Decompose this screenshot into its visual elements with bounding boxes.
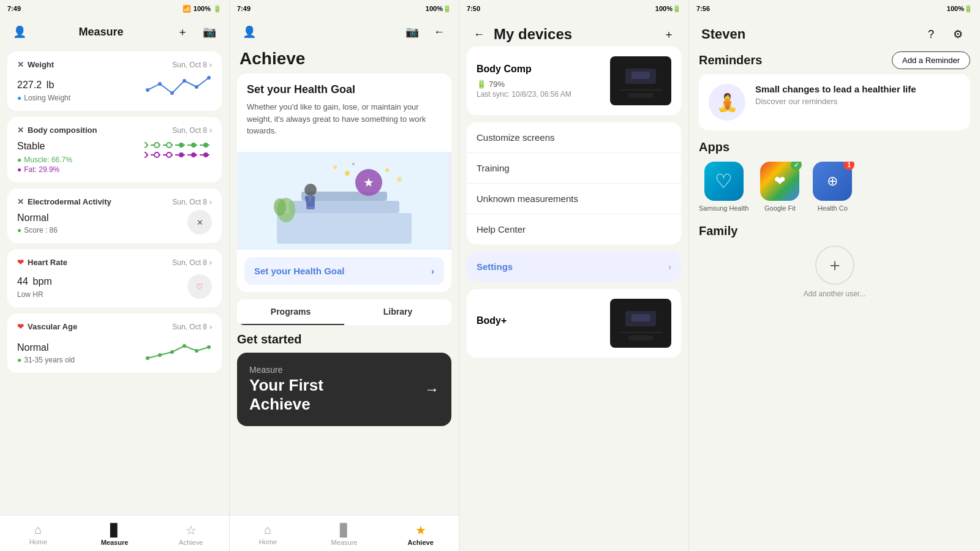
add-button[interactable]: ＋ [173, 22, 192, 42]
google-fit-label: Google Fit [764, 204, 796, 212]
svg-point-11 [191, 143, 196, 148]
svg-rect-27 [277, 213, 412, 244]
battery-measure: 📶100%🔋 [183, 5, 222, 13]
nav-home-1[interactable]: ⌂ Home [0, 520, 77, 549]
status-bar-reminders: 7:56 100%🔋 [689, 0, 980, 17]
weight-card[interactable]: ✕ Weight Sun, Oct 8 › 227.2 lb ● Losing [7, 51, 222, 111]
add-reminder-button[interactable]: Add a Reminder [892, 51, 970, 69]
weight-value: 227.2 lb [17, 73, 70, 92]
health-co-app[interactable]: ⊕ 1 Health Co [811, 162, 854, 212]
svg-point-5 [207, 76, 211, 80]
body-comp-name: ✕ Body composition [17, 126, 97, 135]
svg-point-24 [195, 349, 198, 353]
vascular-card[interactable]: ❤ Vascular Age Sun, Oct 8 › Normal ● 31-… [7, 313, 222, 373]
svg-point-15 [154, 152, 159, 157]
svg-point-25 [207, 345, 211, 349]
set-goal-button[interactable]: Set your Health Goal › [244, 257, 444, 285]
vascular-sub: ● 31-35 years old [17, 356, 75, 364]
reminders-section-title: Reminders [699, 53, 762, 67]
home-icon-1: ⌂ [34, 523, 42, 537]
settings-icon[interactable]: ⚙ [948, 24, 968, 44]
programs-tab[interactable]: Programs [237, 299, 344, 325]
settings-item[interactable]: Settings › [467, 252, 681, 282]
home-icon-2: ⌂ [264, 523, 271, 537]
help-icon[interactable]: ? [921, 24, 941, 44]
vascular-icon: ❤ [17, 322, 24, 331]
unknown-measurements-item[interactable]: Unknown measurements [467, 184, 681, 214]
google-fit-app[interactable]: ❤ ✓ Google Fit [758, 162, 801, 212]
reminder-text: Small changes to lead a healthier life D… [755, 84, 916, 106]
svg-point-1 [158, 82, 162, 86]
samsung-health-label: Samsung Health [699, 204, 748, 212]
achieve-camera-icon[interactable]: 📷 [402, 22, 422, 42]
programs-tabs: Programs Library [237, 299, 451, 325]
get-started-title: Get started [237, 332, 451, 347]
body-plus-device-card[interactable]: Body+ [467, 289, 681, 358]
health-goal-desc: Whether you'd like to gain, lose, or mai… [247, 101, 442, 137]
nav-measure-1[interactable]: ▊ Measure [77, 520, 153, 549]
unknown-measurements-label: Unknown measurements [477, 193, 578, 204]
family-section: Family ＋ Add another user... [699, 224, 970, 298]
vascular-chart [145, 334, 212, 364]
health-goal-title: Set your Health Goal [247, 83, 442, 96]
svg-point-32 [345, 171, 350, 176]
vascular-value: Normal [17, 339, 75, 354]
svg-rect-28 [289, 201, 399, 213]
nav-home-2[interactable]: ⌂ Home [230, 520, 306, 549]
apps-section: Apps ♡ Samsung Health ❤ ✓ Google Fit [699, 140, 970, 214]
weight-icon: ✕ [17, 60, 24, 69]
measure-topbar: 👤 Measure ＋ 📷 [0, 17, 229, 47]
samsung-health-icon: ♡ [704, 162, 744, 201]
body-comp-battery: 🔋 79% [477, 80, 571, 89]
reminder-card[interactable]: 🧘 Small changes to lead a healthier life… [699, 74, 970, 130]
library-tab[interactable]: Library [344, 299, 451, 325]
svg-point-22 [170, 350, 174, 354]
body-comp-device-card[interactable]: Body Comp 🔋 79% Last sync: 10/8/23, 06:5… [467, 47, 681, 115]
svg-point-33 [333, 165, 337, 169]
status-bar-devices: 7:50 100%🔋 [459, 0, 688, 17]
samsung-health-app[interactable]: ♡ Samsung Health [699, 162, 748, 212]
body-comp-scale-image [610, 56, 671, 105]
body-comp-icon: ✕ [17, 126, 24, 135]
nav-measure-2[interactable]: ▊ Measure [306, 520, 383, 549]
devices-back-icon[interactable]: ← [469, 24, 489, 44]
google-fit-icon: ❤ ✓ [760, 162, 799, 201]
family-add-label: Add another user... [804, 290, 865, 298]
nav-achieve-2[interactable]: ★ Achieve [382, 520, 459, 549]
battery-achieve: 100%🔋 [426, 5, 451, 13]
first-card[interactable]: Measure Your First Achieve → [237, 353, 451, 426]
eda-action-button[interactable]: ✕ [187, 210, 212, 234]
set-goal-chevron: › [431, 266, 434, 276]
achieve-back-icon[interactable]: ← [429, 22, 449, 42]
body-comp-card[interactable]: ✕ Body composition Sun, Oct 8 › Stable ●… [7, 117, 222, 182]
svg-point-18 [191, 152, 196, 157]
svg-rect-47 [628, 93, 653, 98]
topbar-icons: ＋ 📷 [173, 22, 219, 42]
training-item[interactable]: Training [467, 153, 681, 184]
reminders-section: Reminders Add a Reminder 🧘 Small changes… [699, 51, 970, 130]
customize-screens-label: Customize screens [477, 132, 555, 143]
family-add-user[interactable]: ＋ Add another user... [699, 246, 970, 298]
health-co-label: Health Co [818, 204, 848, 212]
nav-achieve-1[interactable]: ☆ Achieve [153, 520, 229, 549]
vascular-date: Sun, Oct 8 › [172, 323, 212, 331]
nav-home-label-1: Home [29, 538, 47, 545]
measure-icon-1: ▊ [110, 523, 119, 538]
panel-reminders: 7:56 100%🔋 Steven ? ⚙ Reminders Add a Re… [689, 0, 980, 551]
body-comp-sync: Last sync: 10/8/23, 06:56 AM [477, 90, 571, 99]
help-center-item[interactable]: Help Center [467, 214, 681, 244]
camera-button[interactable]: 📷 [200, 22, 219, 42]
devices-add-icon[interactable]: ＋ [659, 24, 679, 44]
google-fit-badge: ✓ [791, 162, 802, 170]
eda-card[interactable]: ✕ Electrodermal Activity Sun, Oct 8 › No… [7, 189, 222, 243]
svg-rect-50 [631, 314, 650, 321]
achieve-profile-icon[interactable]: 👤 [239, 22, 259, 42]
measure-icon-2: ▊ [340, 523, 349, 538]
customize-screens-item[interactable]: Customize screens [467, 122, 681, 153]
profile-icon[interactable]: 👤 [10, 22, 29, 42]
heart-rate-card[interactable]: ❤ Heart Rate Sun, Oct 8 › 44 bpm Low HR [7, 249, 222, 307]
hr-action-button[interactable]: ♡ [187, 274, 212, 299]
svg-point-20 [146, 356, 149, 360]
achieve-title: Achieve [230, 47, 459, 73]
muscle-sub: ●Muscle: 66.7% [17, 156, 72, 164]
